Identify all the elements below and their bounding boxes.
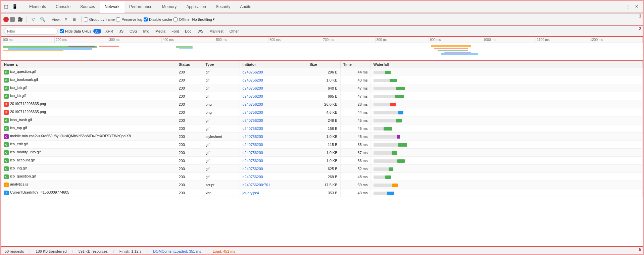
table-row[interactable]: Gico_edit.gif200gifq240756200115 B35 ms — [1, 141, 643, 149]
disable-cache-checkbox[interactable] — [144, 17, 148, 21]
table-container[interactable]: Name▲ Status Type Initiator Size Time Wa… — [1, 61, 643, 246]
table-row[interactable]: Gico_kb.gif200gifq240756200665 B47 ms — [1, 92, 643, 100]
camera-icon[interactable]: 🎥 — [16, 15, 24, 23]
throttle-select[interactable]: No throttling ▾ — [191, 16, 216, 22]
table-row[interactable]: Cmobile.min.css?v=Xro6iVLt8yu0UxiQMhVd58… — [1, 133, 643, 141]
tab-application[interactable]: Application — [182, 1, 211, 13]
cell-initiator[interactable]: q240756200 — [240, 173, 307, 181]
table-row[interactable]: P20190712203635.png200pngq24075620026.0 … — [1, 100, 643, 108]
col-header-time[interactable]: Time — [340, 61, 370, 68]
stop-button[interactable] — [10, 17, 15, 22]
col-header-name[interactable]: Name▲ — [1, 61, 176, 68]
preserve-log-label[interactable]: Preserve log — [116, 17, 142, 21]
tab-sources[interactable]: Sources — [76, 1, 100, 13]
table-row[interactable]: Gico_bookmark.gif200gifq2407562001.0 KB4… — [1, 76, 643, 84]
cell-name[interactable]: Gico_edit.gif — [1, 141, 176, 149]
cell-name[interactable]: Gico_account.gif — [1, 157, 176, 165]
tab-elements[interactable]: Elements — [24, 1, 51, 13]
cell-initiator[interactable]: q240756200 — [240, 108, 307, 116]
col-header-size[interactable]: Size — [307, 61, 340, 68]
initiator-link[interactable]: q240756200 — [243, 143, 263, 147]
type-css-button[interactable]: CSS — [128, 29, 139, 34]
cell-name[interactable]: Gico_job.gif — [1, 84, 176, 92]
table-row[interactable]: P20190712203635.png200pngq2407562004.6 K… — [1, 108, 643, 116]
table-row[interactable]: XCurrentUserInfo?_=1563009774605200xhrjq… — [1, 189, 643, 197]
offline-checkbox[interactable] — [174, 17, 178, 21]
dock-icon[interactable]: ⬚ — [2, 3, 10, 11]
type-all-button[interactable]: All — [93, 29, 101, 34]
initiator-link[interactable]: q240756200 — [243, 118, 263, 122]
record-button[interactable] — [3, 17, 9, 22]
table-row[interactable]: Gico_job.gif200gifq240756200640 B47 ms — [1, 84, 643, 92]
type-ws-button[interactable]: WS — [195, 29, 205, 34]
cell-name[interactable]: Gico_bookmark.gif — [1, 76, 176, 84]
cell-initiator[interactable]: q240756200 — [240, 68, 307, 76]
tab-audits[interactable]: Audits — [235, 1, 256, 13]
table-row[interactable]: Janalytics.js200scriptq240756200:76117.5… — [1, 181, 643, 189]
cell-name[interactable]: P20190712203635.png — [1, 108, 176, 116]
initiator-link[interactable]: q240756200 — [243, 175, 263, 179]
preserve-log-checkbox[interactable] — [116, 17, 120, 21]
mobile-icon[interactable]: 📱 — [11, 3, 19, 11]
type-font-button[interactable]: Font — [169, 29, 181, 34]
initiator-link[interactable]: jquery.js:4 — [243, 191, 259, 195]
cell-initiator[interactable]: q240756200 — [240, 76, 307, 84]
cell-initiator[interactable]: q240756200 — [240, 100, 307, 108]
type-media-button[interactable]: Media — [153, 29, 167, 34]
tab-performance[interactable]: Performance — [125, 1, 157, 13]
hide-data-urls-checkbox[interactable] — [60, 29, 64, 33]
initiator-link[interactable]: q240756200 — [243, 110, 263, 114]
tab-memory[interactable]: Memory — [157, 1, 182, 13]
initiator-link[interactable]: q240756200 — [243, 78, 263, 82]
cell-initiator[interactable]: q240756200 — [240, 92, 307, 100]
initiator-link[interactable]: q240756200:761 — [243, 183, 270, 187]
type-xhr-button[interactable]: XHR — [103, 29, 115, 34]
cell-initiator[interactable]: q240756200 — [240, 84, 307, 92]
cell-name[interactable]: Gico_question.gif — [1, 173, 176, 181]
initiator-link[interactable]: q240756200 — [243, 135, 263, 139]
cell-initiator[interactable]: q240756200 — [240, 133, 307, 141]
close-devtools-icon[interactable]: ✕ — [633, 3, 641, 11]
cell-name[interactable]: Gico_kb.gif — [1, 92, 176, 100]
cell-initiator[interactable]: q240756200 — [240, 124, 307, 133]
table-row[interactable]: Gico_question.gif200gifq240756200269 B48… — [1, 173, 643, 181]
timeline-area[interactable]: 100 ms 200 ms 300 ms 400 ms 500 ms 600 m… — [1, 37, 643, 60]
type-js-button[interactable]: JS — [117, 29, 126, 34]
initiator-link[interactable]: q240756200 — [243, 86, 263, 90]
type-img-button[interactable]: Img — [141, 29, 151, 34]
initiator-link[interactable]: q240756200 — [243, 167, 263, 171]
table-row[interactable]: Gico_modify_info.gif200gifq2407562001.0 … — [1, 149, 643, 157]
view-waterfall-icon[interactable]: ⊞ — [71, 15, 79, 23]
cell-name[interactable]: P20190712203635.png — [1, 100, 176, 108]
cell-name[interactable]: Gico_ing.gif — [1, 165, 176, 173]
cell-name[interactable]: Cmobile.min.css?v=Xro6iVLt8yu0UxiQMhVd58… — [1, 133, 176, 141]
view-list-icon[interactable]: ≡ — [62, 15, 70, 23]
cell-name[interactable]: XCurrentUserInfo?_=1563009774605 — [1, 189, 176, 197]
table-row[interactable]: Gico_account.gif200gifq2407562001.0 KB36… — [1, 157, 643, 165]
col-header-waterfall[interactable]: Waterfall — [370, 61, 643, 68]
cell-name[interactable]: Gico_question.gif — [1, 68, 176, 76]
cell-name[interactable]: Gico_top.gif — [1, 124, 176, 133]
group-by-frame-checkbox[interactable] — [84, 17, 88, 21]
disable-cache-label[interactable]: Disable cache — [144, 17, 172, 21]
table-row[interactable]: Gico_question.gif200gifq240756200296 B44… — [1, 68, 643, 76]
cell-initiator[interactable]: q240756200 — [240, 141, 307, 149]
cell-name[interactable]: Janalytics.js — [1, 181, 176, 189]
col-header-status[interactable]: Status — [176, 61, 203, 68]
tab-security[interactable]: Security — [211, 1, 235, 13]
type-doc-button[interactable]: Doc — [183, 29, 194, 34]
initiator-link[interactable]: q240756200 — [243, 126, 263, 131]
cell-name[interactable]: Gicon_trash.gif — [1, 116, 176, 124]
cell-initiator[interactable]: jquery.js:4 — [240, 189, 307, 197]
initiator-link[interactable]: q240756200 — [243, 70, 263, 74]
col-header-type[interactable]: Type — [203, 61, 240, 68]
tab-console[interactable]: Console — [51, 1, 76, 13]
filter-icon[interactable]: ▽ — [29, 15, 37, 23]
cell-name[interactable]: Gico_modify_info.gif — [1, 149, 176, 157]
cell-initiator[interactable]: q240756200 — [240, 157, 307, 165]
type-other-button[interactable]: Other — [228, 29, 241, 34]
cell-initiator[interactable]: q240756200 — [240, 116, 307, 124]
initiator-link[interactable]: q240756200 — [243, 102, 263, 106]
initiator-link[interactable]: q240756200 — [243, 159, 263, 163]
initiator-link[interactable]: q240756200 — [243, 151, 263, 155]
